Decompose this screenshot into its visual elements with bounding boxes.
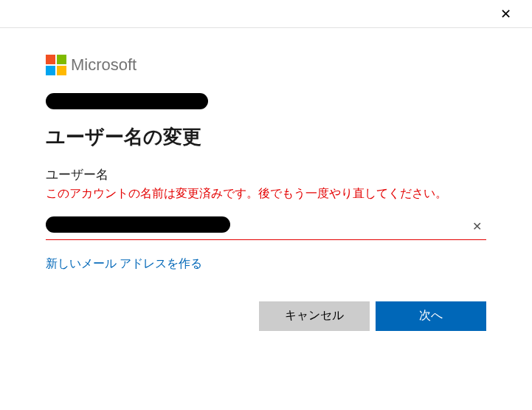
username-label: ユーザー名 [46,166,486,183]
username-input-row: ✕ [46,213,486,240]
next-button[interactable]: 次へ [376,301,486,331]
clear-input-icon[interactable]: ✕ [468,219,486,233]
page-title: ユーザー名の変更 [46,124,486,150]
create-new-email-link[interactable]: 新しいメール アドレスを作る [46,256,202,272]
microsoft-logo-icon [46,55,66,75]
brand-row: Microsoft [46,55,486,75]
brand-text: Microsoft [71,55,137,75]
dialog-content: Microsoft ユーザー名の変更 ユーザー名 このアカウントの名前は変更済み… [0,28,532,346]
error-message: このアカウントの名前は変更済みです。後でもう一度やり直してください。 [46,185,486,203]
redacted-username [46,216,105,236]
titlebar: ✕ [0,0,532,28]
close-icon[interactable]: ✕ [491,6,520,22]
cancel-button[interactable]: キャンセル [259,301,370,331]
account-identity [46,93,486,109]
button-row: キャンセル 次へ [46,301,486,331]
